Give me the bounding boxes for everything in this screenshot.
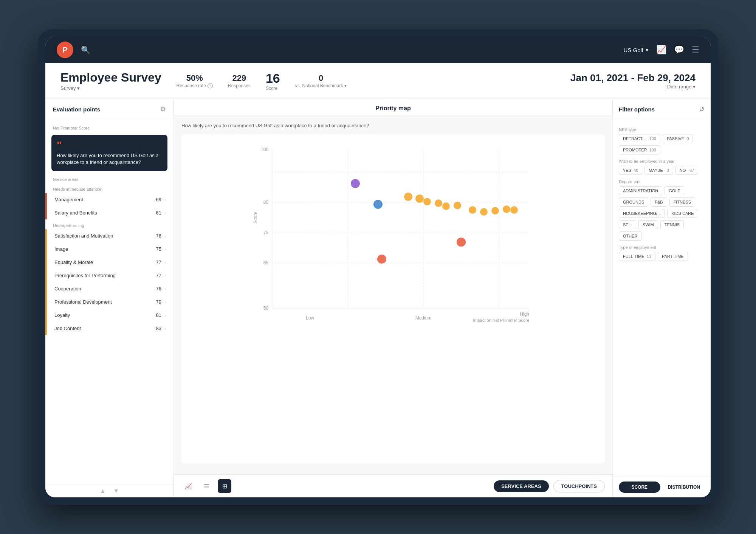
list-item-prerequisites[interactable]: Prerequisites for Performing 77 › [45,269,174,282]
chevron-right-icon: › [164,313,166,318]
chevron-right-icon: › [164,210,166,216]
list-item-loyalty[interactable]: Loyalty 81 › [45,309,174,322]
kidscare-tag[interactable]: KIDS CARE [667,209,698,218]
service-areas-label: Service areas [45,174,174,183]
fitness-tag[interactable]: FITNESS [669,198,695,207]
se-tag[interactable]: SE... [619,220,636,229]
chevron-right-icon: › [164,260,166,265]
list-item-cooperation[interactable]: Cooperation 76 › [45,282,174,295]
item-label: Prerequisites for Performing [54,273,156,278]
detractor-tag[interactable]: DETRACT... -100 [619,134,660,143]
svg-text:75: 75 [263,230,269,235]
no-tag[interactable]: NO -67 [675,166,698,175]
underperforming-label: Underperforming [45,219,174,229]
golf-tag[interactable]: GOLF [665,186,684,195]
fb-tag[interactable]: F&B [651,198,667,207]
search-icon[interactable]: 🔍 [81,45,90,54]
department-tags: ADMINISTRATION GOLF GROUNDS F&B FITNESS … [619,186,705,241]
list-item-professional[interactable]: Professional Development 79 › [45,295,174,309]
scroll-down-icon[interactable]: ▼ [113,488,119,494]
maybe-tag[interactable]: MAYBE -3 [644,166,673,175]
menu-icon[interactable]: ☰ [692,45,699,55]
item-value: 76 [156,286,161,292]
item-value: 69 [156,197,161,202]
svg-text:Impact on Net Promoter Score: Impact on Net Promoter Score [473,318,529,323]
item-label: Job Content [54,326,156,331]
reset-icon[interactable]: ↺ [699,105,705,113]
list-item-management[interactable]: Management 69 › [45,193,174,206]
nps-type-tags: DETRACT... -100 PASSIVE 0 PROMOTER 100 [619,134,705,154]
distribution-button[interactable]: DISTRIBUTION [663,482,705,493]
service-areas-button[interactable]: SERVICE AREAS [494,480,548,492]
breadcrumb[interactable]: Survey ▾ [60,85,161,91]
table-icon[interactable]: ☰ [200,479,213,493]
scatter-chart: 100 85 75 65 50 Score Low Medium High Im… [189,142,597,331]
scatter-icon[interactable]: ⊞ [218,479,231,493]
list-item-equality[interactable]: Equality & Morale 77 › [45,256,174,269]
yes-tag[interactable]: YES 40 [619,166,642,175]
evaluation-panel-header: Evaluation points ⚙ [45,99,174,118]
grounds-tag[interactable]: GROUNDS [619,198,648,207]
item-label: Loyalty [54,312,156,318]
passive-tag[interactable]: PASSIVE 0 [663,134,693,143]
info-icon[interactable]: ? [208,83,213,88]
priority-map-header: Priority map [174,99,612,115]
svg-point-22 [415,194,424,203]
priority-map-title: Priority map [174,105,612,112]
housekeeping-tag[interactable]: HOUSEKEEPING/... [619,209,665,218]
svg-text:100: 100 [261,147,268,152]
benchmark-label[interactable]: vs. National Benchmark ▾ [295,83,347,88]
filter-panel-title: Filter options [619,106,655,113]
promoter-tag[interactable]: PROMOTER 100 [619,145,660,154]
chevron-right-icon: › [164,286,166,292]
svg-text:50: 50 [263,306,269,311]
nps-label: Net Promoter Score [45,123,174,132]
fulltime-tag[interactable]: FULL-TIME 13 [619,252,655,261]
svg-point-26 [454,202,461,209]
device-frame: P 🔍 US Golf ▾ 📈 💬 ☰ Employee Survey Surv… [38,29,718,505]
message-icon[interactable]: 💬 [674,45,684,55]
list-item-image[interactable]: Image 75 › [45,242,174,256]
responses-value: 229 [228,73,251,83]
svg-point-20 [373,200,383,209]
chevron-right-icon: › [164,326,166,331]
top-nav: P 🔍 US Golf ▾ 📈 💬 ☰ [45,37,711,63]
chart-icon[interactable]: 📈 [656,45,666,55]
svg-point-27 [469,206,476,214]
date-label[interactable]: Date range ▾ [570,84,696,90]
nav-right: US Golf ▾ 📈 💬 ☰ [623,45,699,55]
date-range: Jan 01, 2021 - Feb 29, 2024 [570,72,696,84]
tennis-tag[interactable]: TENNIS [660,220,684,229]
scatter-container: 100 85 75 65 50 Score Low Medium High Im… [181,134,605,463]
list-item-satisfaction[interactable]: Satisfaction and Motivation 76 › [45,229,174,242]
device-inner: P 🔍 US Golf ▾ 📈 💬 ☰ Employee Survey Surv… [45,37,711,497]
svg-point-29 [491,207,499,215]
score-stat: 16 Score [266,71,280,91]
page-title: Employee Survey [60,71,161,85]
list-item-job-content[interactable]: Job Content 83 › [45,322,174,335]
center-panel: Priority map How likely are you to recom… [174,99,612,497]
other-tag[interactable]: OTHER [619,232,642,241]
svg-point-25 [442,202,450,210]
featured-question-card[interactable]: How likely are you to recommend US Golf … [51,135,167,171]
parttime-tag[interactable]: PART-TIME [658,252,688,261]
app-logo[interactable]: P [57,42,73,58]
swim-tag[interactable]: SWIM [638,220,658,229]
response-rate-label: Response rate ? [177,83,213,88]
item-value: 77 [156,259,161,265]
header-stats: 50% Response rate ? 229 Responses 16 Sco… [177,71,570,91]
org-selector[interactable]: US Golf ▾ [623,46,649,53]
score-value: 16 [266,71,280,86]
chevron-right-icon: › [164,197,166,202]
item-value: 81 [156,312,161,318]
org-name: US Golf [623,47,643,53]
score-button[interactable]: SCORE [619,482,660,493]
line-chart-icon[interactable]: 📈 [181,479,195,493]
list-item-salary[interactable]: Salary and Benefits 61 › [45,206,174,219]
touchpoints-button[interactable]: TOUCHPOINTS [553,480,605,492]
admin-tag[interactable]: ADMINISTRATION [619,186,662,195]
settings-icon[interactable]: ⚙ [160,105,166,113]
item-label: Salary and Benefits [54,210,156,216]
item-label: Management [54,197,156,202]
scroll-up-icon[interactable]: ▲ [100,488,106,494]
